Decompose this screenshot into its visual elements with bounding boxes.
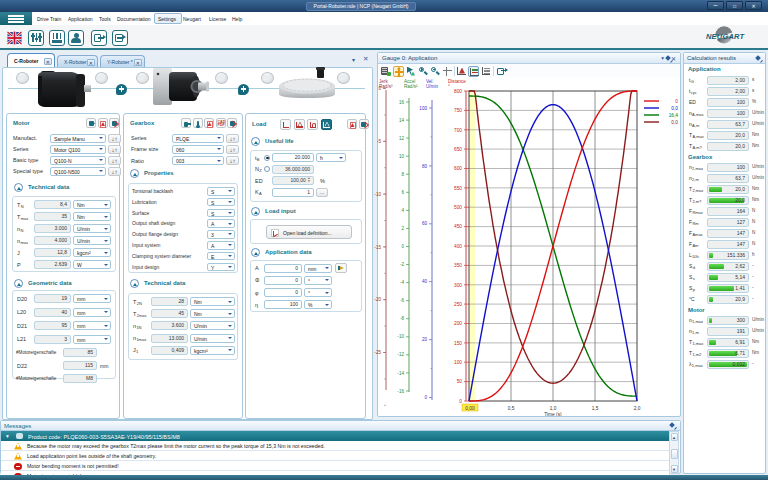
svg-text:-15: -15 <box>374 245 381 250</box>
svg-text:650: 650 <box>454 147 462 152</box>
svg-text:100: 100 <box>419 106 427 111</box>
svg-text:0: 0 <box>675 99 678 104</box>
svg-text:14: 14 <box>399 118 405 123</box>
svg-text:-25: -25 <box>374 350 381 355</box>
svg-text:1,0: 1,0 <box>550 406 557 411</box>
svg-text:6: 6 <box>401 190 404 195</box>
svg-text:16,4: 16,4 <box>669 113 679 118</box>
svg-text:4: 4 <box>401 208 404 213</box>
svg-text:80: 80 <box>422 164 428 169</box>
svg-text:2,0: 2,0 <box>634 406 641 411</box>
svg-text:10: 10 <box>399 154 405 159</box>
svg-text:600: 600 <box>454 166 462 171</box>
svg-text:150: 150 <box>454 341 462 346</box>
svg-text:8: 8 <box>401 172 404 177</box>
svg-text:300: 300 <box>454 283 462 288</box>
svg-text:0: 0 <box>401 244 404 249</box>
svg-text:-5: -5 <box>377 139 382 144</box>
svg-text:1,5: 1,5 <box>592 406 599 411</box>
svg-text:0,0: 0,0 <box>671 120 678 125</box>
svg-text:0,00: 0,00 <box>465 406 475 411</box>
svg-text:50: 50 <box>457 379 463 384</box>
svg-text:-10: -10 <box>397 334 404 339</box>
svg-text:2: 2 <box>401 226 404 231</box>
svg-text:-20: -20 <box>374 297 381 302</box>
svg-text:250: 250 <box>454 302 462 307</box>
svg-text:450: 450 <box>454 224 462 229</box>
svg-text:-4: -4 <box>400 280 405 285</box>
svg-text:400: 400 <box>454 244 462 249</box>
svg-text:-12: -12 <box>397 352 404 357</box>
svg-text:100: 100 <box>454 360 462 365</box>
svg-text:500: 500 <box>454 205 462 210</box>
svg-text:550: 550 <box>454 186 462 191</box>
svg-text:-10: -10 <box>374 192 381 197</box>
svg-text:200: 200 <box>454 321 462 326</box>
svg-text:700: 700 <box>454 128 462 133</box>
svg-text:0: 0 <box>459 399 462 404</box>
svg-text:-6: -6 <box>400 298 405 303</box>
svg-text:-16: -16 <box>397 389 404 394</box>
svg-text:0,0: 0,0 <box>671 106 678 111</box>
svg-text:-14: -14 <box>397 371 404 376</box>
svg-text:20: 20 <box>422 337 428 342</box>
svg-text:800: 800 <box>454 89 462 94</box>
svg-text:16: 16 <box>399 100 405 105</box>
svg-text:0: 0 <box>424 395 427 400</box>
svg-text:Time (s): Time (s) <box>544 412 562 417</box>
svg-text:-2: -2 <box>400 262 405 267</box>
svg-text:0: 0 <box>378 86 381 91</box>
svg-text:40: 40 <box>422 279 428 284</box>
svg-text:750: 750 <box>454 108 462 113</box>
svg-text:0,5: 0,5 <box>508 406 515 411</box>
svg-text:-8: -8 <box>400 316 405 321</box>
svg-text:60: 60 <box>422 221 428 226</box>
svg-text:12: 12 <box>399 136 405 141</box>
svg-text:350: 350 <box>454 263 462 268</box>
